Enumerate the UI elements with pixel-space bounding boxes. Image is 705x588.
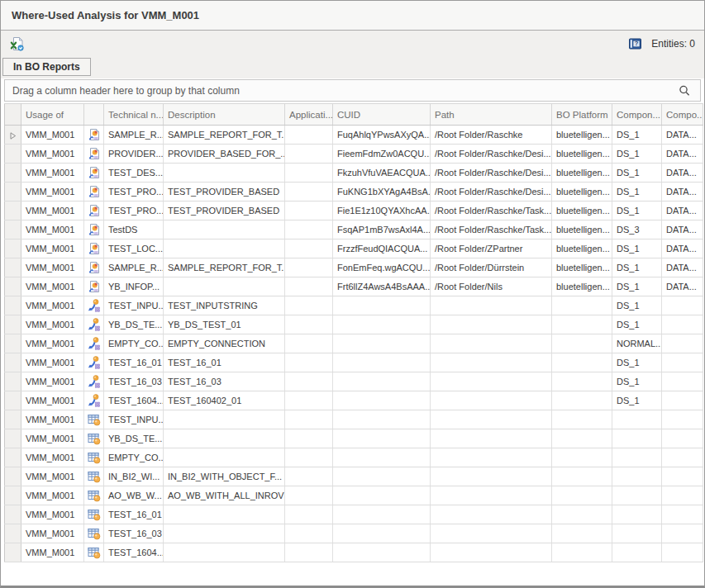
export-to-excel-button[interactable] [7,34,28,54]
table-row[interactable]: VMM_M001 TEST_PRO...TEST_PROVIDER_BASEDF… [5,202,703,220]
row-indicator-cell[interactable] [5,505,21,524]
table-row[interactable]: VMM_M001 IN_BI2_WI...IN_BI2_WITH_OBJECT_… [5,467,703,486]
cell-component2 [662,296,703,315]
cell-application [285,315,333,334]
row-indicator-cell[interactable] [5,391,21,410]
cell-path: /Root Folder/Nils [431,277,552,296]
row-indicator-cell[interactable] [5,202,21,220]
tab-in-bo-reports[interactable]: In BO Reports [2,58,91,76]
row-indicator-cell[interactable] [5,524,21,543]
cell-cuid: FkzuhVfuVAEACQUA... [333,164,431,183]
connection-arrow-icon [88,318,101,331]
cell-path: /Root Folder/Dürrstein [431,258,552,277]
connection-arrow-icon [88,299,101,312]
row-indicator-cell[interactable] [5,183,21,202]
cell-type-icon [84,429,104,448]
cell-type-icon [84,145,104,164]
cell-component2 [662,410,703,429]
table-row[interactable]: VMM_M001 TEST_INPU...TEST_INPUTSTRINGDS_… [5,296,703,315]
column-header-path[interactable]: Path [431,104,552,126]
row-indicator-cell[interactable] [5,448,21,467]
row-indicator-cell[interactable] [5,429,21,448]
cell-usage: VMM_M001 [21,220,84,239]
results-grid: Usage ofTechnical n...DescriptionApplica… [4,103,703,562]
cell-usage: VMM_M001 [21,372,84,391]
cell-application [285,524,333,543]
table-row[interactable]: VMM_M001 TEST_1604... [5,543,703,562]
cell-component: DS_1 [612,315,662,334]
row-indicator-cell[interactable] [5,410,21,429]
table-row[interactable]: VMM_M001 AO_WB_W...AO_WB_WITH_ALL_INROV [5,486,703,505]
row-indicator-cell[interactable] [5,258,21,277]
cell-component2 [662,315,703,334]
column-header-description[interactable]: Description [164,104,285,126]
cell-component: DS_1 [612,277,662,296]
table-row[interactable]: VMM_M001 YB_DS_TE...YB_DS_TEST_01DS_1 [5,315,703,334]
table-row[interactable]: VMM_M001 TEST_16_01TEST_16_01DS_1 [5,353,703,372]
cell-component2: DATA... [662,164,703,183]
column-header-application[interactable]: Applicati... [285,104,333,126]
row-indicator-cell[interactable] [5,126,21,145]
cell-cuid [333,391,431,410]
table-row[interactable]: VMM_M001 EMPTY_CO... [5,448,703,467]
cell-usage: VMM_M001 [21,353,84,372]
column-header-component[interactable]: Compon... [612,104,662,126]
table-row[interactable]: VMM_M001 YB_INFOP...Frt6llZ4AwsA4BsAAA..… [5,277,703,296]
cell-platform: bluetelligen... [552,239,612,258]
column-header-usage-of[interactable]: Usage of [21,104,84,126]
cell-platform: bluetelligen... [552,164,612,183]
row-indicator-cell[interactable] [5,277,21,296]
table-row[interactable]: VMM_M001 TEST_16_03TEST_16_03DS_1 [5,372,703,391]
table-row[interactable]: VMM_M001 TEST_16_03 [5,524,703,543]
row-indicator-cell[interactable] [5,239,21,258]
cell-platform [552,296,612,315]
cell-component: DS_3 [612,220,662,239]
row-indicator-cell[interactable] [5,486,21,505]
table-row[interactable]: VMM_M001 TEST_DES...FkzuhVfuVAEACQUA.../… [5,164,703,183]
table-row[interactable]: VMM_M001 SAMPLE_R...SAMPLE_REPORT_FOR_T.… [5,258,703,277]
column-header-bo-platform[interactable]: BO Platform [552,104,612,126]
column-header-type-icon[interactable] [84,104,104,126]
row-indicator-cell[interactable] [5,315,21,334]
row-indicator-cell[interactable] [5,334,21,353]
bo-report-document-icon [88,280,101,293]
column-header-technical-name[interactable]: Technical n... [104,104,164,126]
table-row[interactable]: VMM_M001 TEST_16_01 [5,505,703,524]
cell-cuid [333,353,431,372]
bo-report-document-icon [88,185,101,198]
cell-usage: VMM_M001 [21,524,84,543]
row-indicator-cell[interactable] [5,353,21,372]
cell-usage: VMM_M001 [21,391,84,410]
row-indicator-cell[interactable] [5,220,21,239]
cell-cuid [333,486,431,505]
row-indicator-cell[interactable] [5,145,21,164]
cell-platform [552,391,612,410]
table-row[interactable]: VMM_M001 TEST_PRO...TEST_PROVIDER_BASEDF… [5,183,703,202]
cell-application [285,543,333,562]
search-button[interactable] [676,84,693,97]
table-row[interactable]: VMM_M001 YB_DS_TE... [5,429,703,448]
data-table-icon [88,489,101,502]
column-header-component-2[interactable]: Compo... [662,104,703,126]
table-row[interactable]: VMM_M001 TEST_1604...TEST_160402_01DS_1 [5,391,703,410]
table-row[interactable]: VMM_M001 PROVIDER...PROVIDER_BASED_FOR_.… [5,145,703,164]
row-indicator-cell[interactable] [5,543,21,562]
entities-count-label: Entities: 0 [651,38,695,50]
table-row[interactable]: VMM_M001 TEST_INPU... [5,410,703,429]
row-indicator-cell[interactable] [5,372,21,391]
where-used-analysis-window: Where-Used Analysis for VMM_M001 ? Ent [0,0,705,588]
row-indicator-cell[interactable] [5,296,21,315]
table-row[interactable]: VMM_M001 TEST_LOC...FrzzfFeudQIACQUA.../… [5,239,703,258]
help-button[interactable]: ? [625,35,645,53]
cell-platform [552,486,612,505]
column-header-cuid[interactable]: CUID [333,104,431,126]
cell-application [285,410,333,429]
table-row[interactable]: VMM_M001 SAMPLE_R...SAMPLE_REPORT_FOR_T.… [5,126,703,145]
row-indicator-cell[interactable] [5,164,21,183]
cell-technical: PROVIDER... [104,145,164,164]
table-row[interactable]: VMM_M001 TestDSFsqAP1mB7wsAxl4A.../Root … [5,220,703,239]
cell-description [164,164,285,183]
row-indicator-cell[interactable] [5,467,21,486]
table-row[interactable]: VMM_M001 EMPTY_CO...EMPTY_CONNECTIONNORM… [5,334,703,353]
group-by-bar[interactable]: Drag a column header here to group by th… [4,79,701,102]
